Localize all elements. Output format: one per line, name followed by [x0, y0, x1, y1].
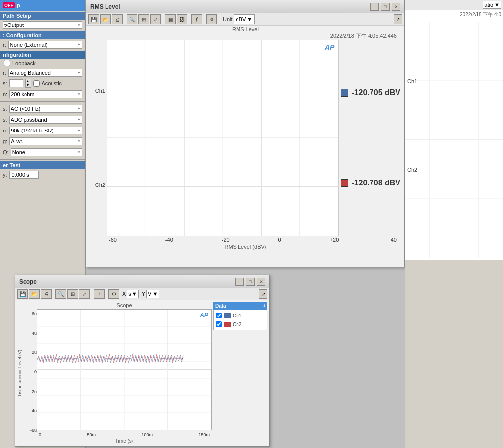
scope-zoom-btn[interactable]: 🔍 [55, 289, 66, 299]
scope-open-btn[interactable]: 📂 [29, 289, 40, 299]
weighting-dropdown[interactable]: A-wt. ▼ [9, 137, 82, 145]
rms-maximize-btn[interactable]: □ [381, 3, 390, 11]
scope-window: Scope _ □ ✕ 💾 📂 🖨 🔍 ⊞ ⤢ + ⚙ X s ▼ Y V [15, 275, 270, 447]
scope-minimize-btn[interactable]: _ [235, 278, 244, 286]
tb-print-btn[interactable]: 🖨 [112, 14, 123, 24]
tb-save-btn[interactable]: 💾 [88, 14, 99, 24]
rms-ch1-label: Ch1 [90, 88, 105, 94]
path-setup-label: Path Setup [0, 12, 85, 20]
scope-print-btn[interactable]: 🖨 [41, 289, 52, 299]
coupling-arrow: ▼ [77, 107, 81, 111]
scope-x-axis-label: Time (s) [37, 438, 212, 444]
notch-dropdown[interactable]: None ▼ [11, 148, 82, 156]
rms-minimize-btn[interactable]: _ [370, 3, 379, 11]
rms-ch2-label: Ch2 [90, 182, 105, 188]
unit-arrow: ▼ [247, 16, 252, 22]
scope-grid-btn[interactable]: ⊞ [67, 289, 78, 299]
rms-x-ticks: -60 -40 -20 0 +20 +40 [107, 236, 398, 244]
range-dropdown[interactable]: 90k (192 kHz SR) ▼ [9, 127, 82, 134]
input-output-dropdown[interactable]: t/Output ▼ [3, 21, 82, 29]
legend-ch2-checkbox[interactable] [216, 321, 222, 327]
config-arrow: ▼ [77, 43, 81, 47]
right-panel-bottom [405, 260, 503, 448]
right-panel-top: atio ▼ 2022/2/18 下午 4:0 Ch1 Ch2 [405, 0, 503, 260]
unit-dropdown[interactable]: dBV ▼ [234, 14, 255, 24]
rms-ch1-reading-row: -120.705 dBV [341, 88, 400, 97]
scope-y-dropdown[interactable]: V ▼ [146, 290, 159, 298]
x-tick-5: +20 [330, 237, 339, 243]
input-output-label: t/Output [4, 22, 24, 28]
rms-window-controls: _ □ ✕ [370, 3, 400, 11]
loopback-checkbox[interactable] [4, 60, 10, 66]
coupling-value: AC (<10 Hz) [11, 106, 41, 112]
coupling-row: s: AC (<10 Hz) ▼ [0, 104, 85, 114]
analog-dropdown[interactable]: Analog Balanced ▼ [8, 69, 82, 77]
weighting-label: g: [3, 138, 7, 144]
loopback-label: Loopback [12, 60, 36, 66]
tb-zoom-btn[interactable]: 🔍 [127, 14, 137, 24]
scope-ap-logo: AP [200, 312, 208, 318]
ch2-waveform [37, 354, 183, 363]
impedance-dropdown[interactable]: 200 kohm ▼ [9, 90, 82, 98]
range-value: 90k (192 kHz SR) [11, 128, 53, 133]
channels-up[interactable]: ▲ [26, 79, 31, 83]
rms-center-label: RMS Level [90, 26, 400, 32]
tb-function-btn[interactable]: ƒ [191, 14, 202, 24]
input-output-row[interactable]: t/Output ▼ [0, 20, 85, 30]
scope-x-dropdown[interactable]: s ▼ [127, 290, 138, 298]
weighting-arrow: ▼ [77, 139, 81, 144]
scope-titlebar: Scope _ □ ✕ [15, 275, 269, 288]
rms-toolbar: 💾 📂 🖨 🔍 ⊞ ⤢ ▦ 🖼 ƒ ⚙ Unit dBV ▼ ↗ [86, 13, 404, 26]
tb-table-btn[interactable]: ▦ [165, 14, 176, 24]
channels-spinner[interactable]: ▲ ▼ [25, 79, 31, 88]
scope-x-ticks: 0 50m 100m 150m [37, 431, 212, 438]
tb-image-btn[interactable]: 🖼 [177, 14, 187, 24]
config-dropdown[interactable]: None (External) ▼ [8, 41, 82, 49]
scope-expand-btn[interactable]: ⤢ [79, 289, 90, 299]
notch-arrow: ▼ [77, 150, 81, 155]
tb-gear-btn[interactable]: ⚙ [206, 14, 217, 24]
acoustic-checkbox[interactable] [33, 80, 40, 87]
rms-chart-container: RMS Level 2022/2/18 下午 4:05:42.446 Ch1 C… [86, 26, 404, 251]
bandwidth-dropdown[interactable]: ADC passband ▼ [9, 116, 82, 124]
tb-expand-btn[interactable]: ⤢ [150, 14, 161, 24]
scope-maximize-btn[interactable]: □ [246, 278, 255, 286]
scope-y-selector: Y V ▼ [142, 290, 159, 298]
right-timestamp: 2022/2/18 下午 4:0 [405, 10, 503, 19]
scope-plot: AP [37, 309, 212, 430]
coupling-dropdown[interactable]: AC (<10 Hz) ▼ [9, 105, 82, 113]
legend-ch2-item: Ch2 [214, 320, 267, 329]
impedance-row: n: 200 kohm ▼ [0, 89, 85, 100]
tb-open-btn[interactable]: 📂 [100, 14, 111, 24]
scope-add-btn[interactable]: + [94, 289, 105, 299]
scope-x-selector: X s ▼ [122, 290, 139, 298]
scope-gear-btn[interactable]: ⚙ [108, 289, 119, 299]
channels-down[interactable]: ▼ [26, 83, 31, 87]
y-tick-2: 4u [25, 331, 37, 336]
x-tick-1: -60 [109, 237, 117, 243]
rms-readings: -120.705 dBV -120.708 dBV [341, 40, 400, 236]
scope-waveform-svg [37, 310, 211, 430]
legend-ch1-checkbox[interactable] [216, 313, 222, 318]
right-dropdown[interactable]: atio ▼ [483, 1, 501, 9]
scope-legend: Data + Ch1 Ch2 [213, 302, 267, 444]
y-tick-4: 0 [25, 369, 37, 374]
tb-export-btn[interactable]: ↗ [394, 14, 402, 24]
legend-plus[interactable]: + [263, 303, 265, 309]
config-row: r: None (External) ▼ [0, 39, 85, 50]
rms-plot: AP [107, 40, 339, 236]
config-section-label: : Configuration [0, 31, 85, 39]
rms-ch2-swatch [341, 179, 348, 187]
scope-save-btn[interactable]: 💾 [17, 289, 28, 299]
rms-close-btn[interactable]: ✕ [392, 3, 400, 11]
scope-close-btn[interactable]: ✕ [257, 278, 265, 286]
tb-grid-btn[interactable]: ⊞ [138, 14, 149, 24]
bandwidth-row: s: ADC passband ▼ [0, 114, 85, 125]
y-tick-5: -2u [25, 389, 37, 394]
channels-input[interactable]: 2 [9, 79, 23, 87]
scope-window-controls: _ □ ✕ [235, 278, 265, 286]
legend-items: Ch1 Ch2 [213, 310, 267, 330]
notch-row: Q: None ▼ [0, 147, 85, 158]
scope-export-btn[interactable]: ↗ [259, 289, 267, 299]
rms-ch1-swatch [341, 89, 348, 97]
